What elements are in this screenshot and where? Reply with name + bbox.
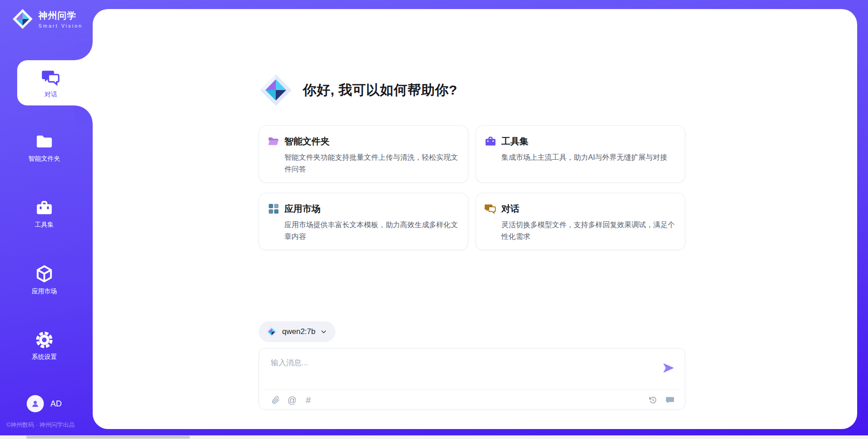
briefcase-icon [484, 135, 497, 148]
history-icon [648, 396, 657, 405]
sidebar-item-settings[interactable]: 系统设置 [0, 330, 89, 361]
main-content: 你好, 我可以如何帮助你? 智能文件夹 智能文件夹功能支持批量文件上传与清洗，轻… [93, 9, 857, 429]
assistant-logo-icon [259, 73, 293, 107]
card-title: 应用市场 [284, 203, 321, 215]
chat-icon [41, 67, 61, 87]
attachment-icon [271, 396, 280, 405]
history-button[interactable] [647, 394, 659, 406]
folder-icon [35, 132, 54, 151]
card-smart-folders[interactable]: 智能文件夹 智能文件夹功能支持批量文件上传与清洗，轻松实现文件问答 [259, 125, 468, 183]
scrollbar-thumb[interactable] [26, 436, 190, 439]
card-description: 智能文件夹功能支持批量文件上传与清洗，轻松实现文件问答 [284, 152, 458, 175]
send-icon [662, 361, 675, 375]
brand-subtitle: Smart Vision [38, 23, 83, 29]
greeting: 你好, 我可以如何帮助你? [259, 73, 458, 107]
composer: @ # [259, 348, 685, 410]
feedback-button[interactable] [664, 394, 676, 406]
sidebar-item-chat[interactable]: 对话 [17, 60, 93, 105]
cube-icon [34, 264, 54, 284]
greeting-title: 你好, 我可以如何帮助你? [303, 81, 458, 100]
briefcase-icon [35, 198, 54, 217]
chat-icon [484, 202, 497, 215]
model-name: qwen2:7b [282, 327, 316, 336]
sidebar-item-label: 对话 [45, 91, 57, 99]
horizontal-scrollbar[interactable] [0, 435, 868, 439]
sidebar-item-smart-folders[interactable]: 智能文件夹 [0, 132, 89, 163]
sidebar-item-app-market[interactable]: 应用市场 [0, 264, 89, 296]
model-selector[interactable]: qwen2:7b [259, 321, 335, 342]
brand-logo-icon [12, 8, 33, 30]
card-title: 工具集 [501, 135, 528, 148]
attachment-button[interactable] [270, 394, 282, 406]
card-description: 应用市场提供丰富长文本模板，助力高效生成多样化文章内容 [284, 219, 458, 242]
feature-cards: 智能文件夹 智能文件夹功能支持批量文件上传与清洗，轻松实现文件问答 工具集 集成… [259, 125, 685, 250]
send-button[interactable] [661, 361, 676, 376]
card-title: 智能文件夹 [284, 135, 330, 148]
brand: 神州问学 Smart Vision [12, 8, 83, 30]
sidebar: 神州问学 Smart Vision 对话 智能文件夹 [0, 0, 93, 439]
gear-icon [35, 330, 54, 349]
sidebar-item-label: 系统设置 [32, 353, 57, 361]
sidebar-footer: ©神州数码 · 神州问学出品 [6, 421, 75, 429]
folder-open-icon [267, 135, 280, 148]
feedback-bubble-icon [665, 395, 675, 405]
card-app-market[interactable]: 应用市场 应用市场提供丰富长文本模板，助力高效生成多样化文章内容 [259, 193, 468, 250]
brand-title: 神州问学 [38, 10, 83, 22]
app: 神州问学 Smart Vision 对话 智能文件夹 [0, 0, 868, 439]
hashtag-icon: # [306, 396, 311, 405]
card-toolset[interactable]: 工具集 集成市场上主流工具，助力AI与外界无缝扩展与对接 [476, 125, 685, 183]
mention-button[interactable]: @ [286, 394, 298, 406]
message-input[interactable] [270, 355, 641, 371]
sidebar-item-label: 工具集 [35, 221, 54, 229]
app-grid-icon [267, 202, 280, 215]
sidebar-item-label: 应用市场 [32, 287, 57, 296]
card-chat[interactable]: 对话 灵活切换多模型文件，支持多样回复效果调试，满足个性化需求 [476, 193, 685, 250]
sidebar-item-toolset[interactable]: 工具集 [0, 198, 89, 229]
card-title: 对话 [501, 203, 519, 215]
chevron-down-icon [320, 328, 327, 335]
card-description: 灵活切换多模型文件，支持多样回复效果调试，满足个性化需求 [501, 219, 675, 242]
avatar [27, 395, 44, 412]
sidebar-item-label: 智能文件夹 [28, 155, 60, 163]
hashtag-button[interactable]: # [302, 394, 314, 406]
user-chip[interactable]: AD [0, 395, 89, 412]
user-name: AD [50, 399, 61, 409]
mention-icon: @ [288, 396, 297, 405]
user-icon [30, 399, 40, 409]
composer-toolbar: @ # [259, 390, 685, 410]
card-description: 集成市场上主流工具，助力AI与外界无缝扩展与对接 [501, 152, 675, 163]
model-logo-icon [266, 326, 278, 338]
